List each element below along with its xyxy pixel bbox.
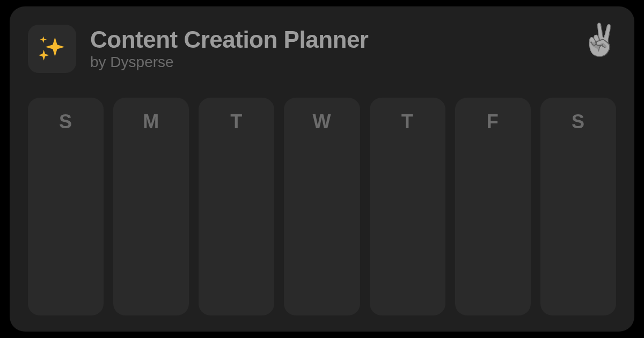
title-block: Content Creation Planner by Dysperse [90,27,369,71]
day-column-wed[interactable]: W [284,98,360,315]
planner-card: Content Creation Planner by Dysperse ✌️ … [10,6,634,332]
day-column-tue[interactable]: T [199,98,274,315]
byline: by Dysperse [90,54,369,71]
day-column-sat[interactable]: S [540,98,616,315]
sparkles-icon [36,33,68,64]
day-label: W [284,111,360,133]
day-label: M [113,111,189,133]
app-icon-tile [28,25,76,73]
day-label: T [199,111,274,133]
day-label: T [370,111,445,133]
week-grid: S M T W T F S [28,98,616,315]
peace-hand-icon: ✌️ [581,21,619,58]
header: Content Creation Planner by Dysperse ✌️ [28,25,616,73]
day-label: S [540,111,616,133]
day-column-fri[interactable]: F [455,98,531,315]
day-label: S [28,111,104,133]
day-column-mon[interactable]: M [113,98,189,315]
day-label: F [455,111,531,133]
day-column-thu[interactable]: T [370,98,445,315]
day-column-sun[interactable]: S [28,98,104,315]
page-title: Content Creation Planner [90,27,369,52]
